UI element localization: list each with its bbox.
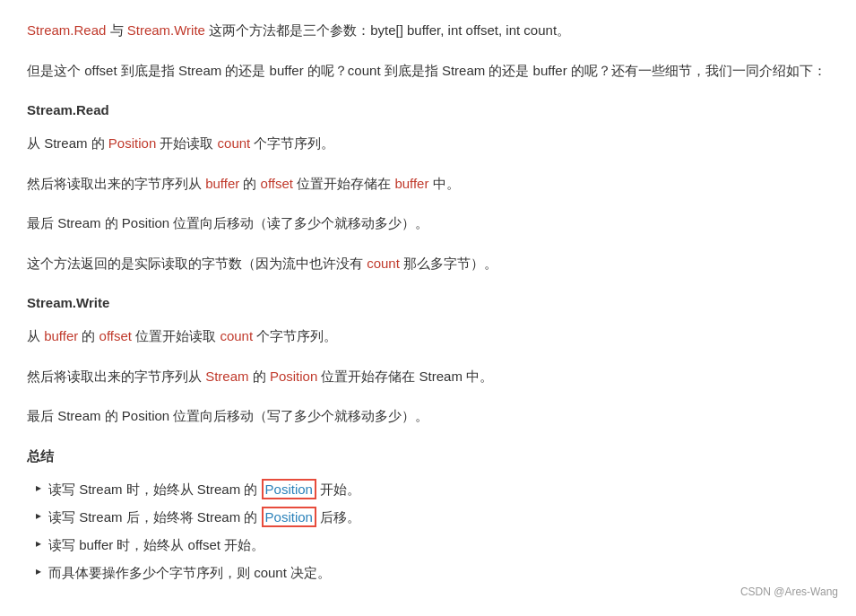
stream-write-heading: Stream.Write [27,291,829,315]
read-buffer-red: buffer [205,176,239,191]
intro-paragraph-2: 但是这个 offset 到底是指 Stream 的还是 buffer 的呢？co… [27,58,829,84]
read-line4: 这个方法返回的是实际读取的字节数（因为流中也许没有 count 那么多字节）。 [27,251,829,277]
write-line2: 然后将读取出来的字节序列从 Stream 的 Position 位置开始存储在 … [27,364,829,390]
summary-bullet-4: 而具体要操作多少个字节序列，则 count 决定。 [36,560,829,585]
read-count2-red: count [367,256,400,271]
bullet2-position-blue: Position [265,509,313,525]
write-line3: 最后 Stream 的 Position 位置向后移动（写了多少个就移动多少）。 [27,403,829,429]
csdn-credit: CSDN @Ares-Wang [740,586,838,598]
read-position-red: Position [108,135,156,151]
read-line2: 然后将读取出来的字节序列从 buffer 的 offset 位置开始存储在 bu… [27,171,829,197]
read-line3: 最后 Stream 的 Position 位置向后移动（读了多少个就移动多少）。 [27,211,829,237]
summary-bullet-1: 读写 Stream 时，始终从 Stream 的 Position 开始。 [36,477,829,501]
summary-section: 总结 读写 Stream 时，始终从 Stream 的 Position 开始。… [27,444,829,585]
bullet1-highlight-box: Position [262,479,316,499]
write-buffer-red: buffer [44,328,78,343]
write-position-red: Position [270,369,317,384]
stream-read-heading: Stream.Read [27,98,829,122]
intro-text-suffix: 这两个方法都是三个参数：byte[] buffer, int offset, i… [209,22,570,38]
stream-write-section: Stream.Write 从 buffer 的 offset 位置开始读取 co… [27,291,829,429]
write-count-red: count [220,328,253,343]
stream-write-label: Stream.Write [127,22,205,38]
read-buffer2-red: buffer [394,176,428,191]
read-offset-red: offset [261,176,293,191]
summary-list: 读写 Stream 时，始终从 Stream 的 Position 开始。 读写… [36,477,829,585]
intro-paragraph-1: Stream.Read 与 Stream.Write 这两个方法都是三个参数：b… [27,18,829,44]
bullet1-position-blue: Position [265,482,313,497]
bullet2-highlight-box: Position [262,507,316,527]
summary-heading: 总结 [27,444,829,468]
stream-read-section: Stream.Read 从 Stream 的 Position 开始读取 cou… [27,98,829,276]
summary-bullet-2: 读写 Stream 后，始终将 Stream 的 Position 后移。 [36,505,829,529]
write-stream-red: Stream [205,369,248,384]
write-offset-red: offset [99,328,132,343]
stream-read-label: Stream.Read [27,22,106,38]
summary-bullet-3: 读写 buffer 时，始终从 offset 开始。 [36,533,829,557]
content-area: Stream.Read 与 Stream.Write 这两个方法都是三个参数：b… [27,18,829,585]
write-line1: 从 buffer 的 offset 位置开始读取 count 个字节序列。 [27,324,829,350]
intro-text-connector: 与 [110,22,127,38]
read-line1: 从 Stream 的 Position 开始读取 count 个字节序列。 [27,131,829,157]
intro-detail-text: 但是这个 offset 到底是指 Stream 的还是 buffer 的呢？co… [27,63,826,78]
read-count-red: count [218,135,251,151]
